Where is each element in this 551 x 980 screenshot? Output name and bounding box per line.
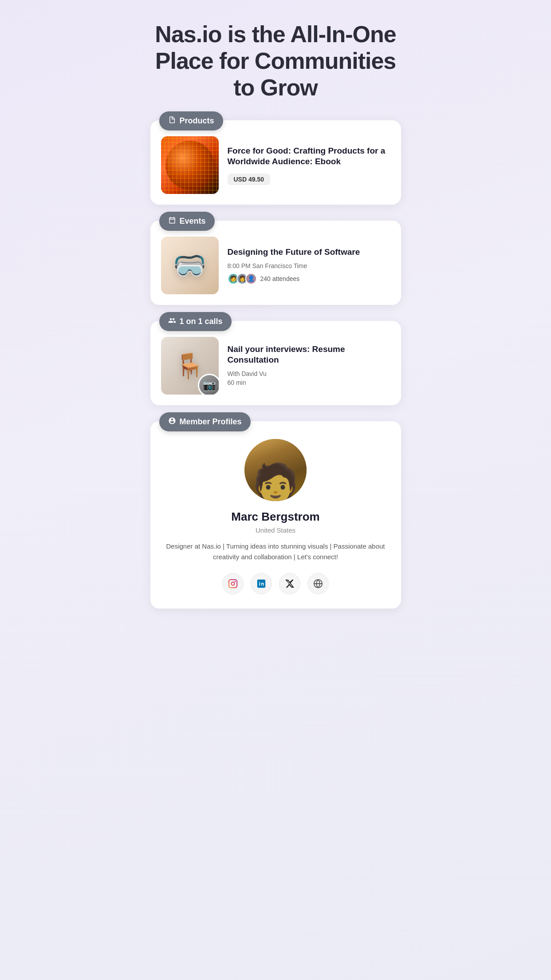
attendees-count: 240 attendees bbox=[260, 275, 300, 282]
products-card-content: Force for Good: Crafting Products for a … bbox=[228, 146, 390, 185]
products-image bbox=[161, 136, 219, 194]
events-card: Designing the Future of Software 8:00 PM… bbox=[150, 221, 401, 305]
calls-image: 📷 bbox=[161, 337, 219, 395]
member-name: Marc Bergstrom bbox=[163, 510, 389, 524]
products-card-title: Force for Good: Crafting Products for a … bbox=[228, 146, 390, 167]
calls-badge: 1 on 1 calls bbox=[159, 312, 232, 331]
calls-card: 📷 Nail your interviews: Resume Consultat… bbox=[150, 321, 401, 405]
products-badge: Products bbox=[159, 111, 223, 130]
events-section: Events Designing the Future of Software … bbox=[150, 221, 401, 305]
events-badge: Events bbox=[159, 212, 215, 231]
people-icon bbox=[168, 316, 176, 327]
events-time: 8:00 PM San Francisco Time bbox=[228, 262, 390, 269]
profile-icon bbox=[168, 417, 176, 427]
member-profiles-section: Member Profiles 🧑 Marc Bergstrom United … bbox=[150, 421, 401, 609]
member-location: United States bbox=[163, 526, 389, 534]
instagram-button[interactable] bbox=[222, 573, 244, 594]
member-card: 🧑 Marc Bergstrom United States Designer … bbox=[150, 421, 401, 609]
twitter-x-button[interactable] bbox=[279, 573, 300, 594]
host-avatar: 📷 bbox=[198, 374, 219, 395]
member-bio: Designer at Nas.io | Turning ideas into … bbox=[163, 541, 389, 562]
svg-point-1 bbox=[231, 582, 234, 585]
svg-rect-0 bbox=[229, 580, 237, 588]
calls-card-content: Nail your interviews: Resume Consultatio… bbox=[228, 344, 390, 388]
products-card: Force for Good: Crafting Products for a … bbox=[150, 120, 401, 205]
social-links bbox=[163, 573, 389, 594]
events-card-content: Designing the Future of Software 8:00 PM… bbox=[228, 247, 390, 285]
website-button[interactable] bbox=[307, 573, 329, 594]
linkedin-button[interactable] bbox=[251, 573, 272, 594]
calls-host: With David Vu bbox=[228, 370, 390, 377]
calendar-icon bbox=[168, 216, 176, 226]
attendee-avatars: 🧑 👩 👤 bbox=[228, 273, 257, 285]
member-avatar: 🧑 bbox=[244, 439, 307, 501]
attendee-avatar-3: 👤 bbox=[245, 273, 257, 285]
products-section: Products Force for Good: Crafting Produc… bbox=[150, 120, 401, 205]
calls-section: 1 on 1 calls 📷 Nail your interviews: Res… bbox=[150, 321, 401, 405]
events-card-title: Designing the Future of Software bbox=[228, 247, 390, 258]
calls-duration: 60 min bbox=[228, 379, 390, 386]
hero-title: Nas.io is the All-In-One Place for Commu… bbox=[150, 21, 401, 101]
svg-point-2 bbox=[235, 581, 236, 582]
document-icon bbox=[168, 116, 176, 126]
events-image bbox=[161, 237, 219, 294]
attendees-row: 🧑 👩 👤 240 attendees bbox=[228, 273, 390, 285]
products-price: USD 49.50 bbox=[228, 174, 270, 185]
calls-card-title: Nail your interviews: Resume Consultatio… bbox=[228, 344, 390, 366]
member-profiles-badge: Member Profiles bbox=[159, 412, 251, 431]
